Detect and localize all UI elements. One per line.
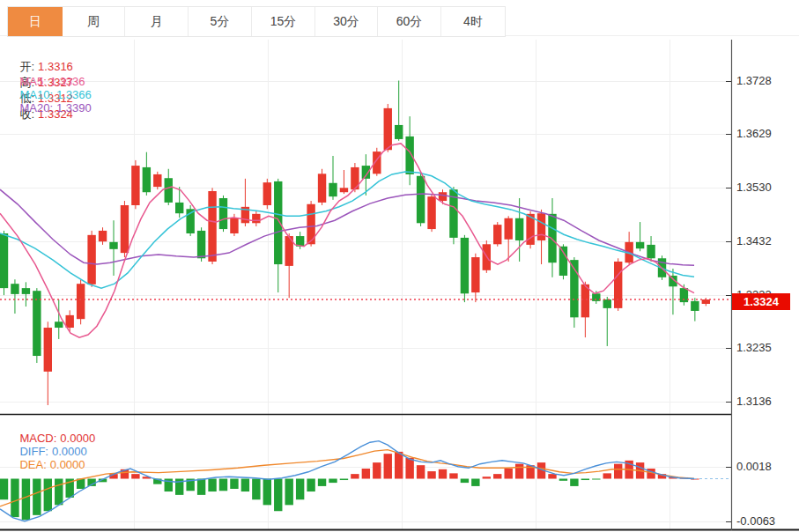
diff-value: 0.0000 <box>52 445 87 458</box>
candle-body <box>55 321 63 328</box>
candlestick-chart-canvas[interactable] <box>0 0 799 532</box>
macd-bar <box>252 479 260 500</box>
candle-body <box>515 218 523 240</box>
ma10-value: 1.3366 <box>56 88 92 101</box>
candle-body <box>44 328 52 372</box>
macd-bar <box>505 469 513 478</box>
tab-4hour[interactable]: 4时 <box>441 7 505 36</box>
candle-body <box>384 108 392 150</box>
macd-bar <box>603 473 611 478</box>
candle-body <box>691 301 699 311</box>
candle-body <box>647 245 655 258</box>
candle-body <box>77 284 85 319</box>
candle-body <box>439 192 447 201</box>
candle-body <box>252 214 260 223</box>
macd-bar <box>493 474 501 478</box>
tab-day[interactable]: 日 <box>8 7 63 36</box>
tab-15min[interactable]: 15分 <box>252 7 315 36</box>
candle-body <box>0 233 8 288</box>
macd-bar <box>373 462 381 478</box>
candle-body <box>66 315 74 328</box>
candle-body <box>197 231 205 258</box>
macd-bar <box>131 474 139 478</box>
macd-bar <box>581 479 589 481</box>
macd-bar <box>318 479 326 486</box>
y-axis-label: 1.3136 <box>736 395 772 408</box>
macd-label: MACD: <box>19 432 56 445</box>
ma20-label: MA20: <box>19 101 53 115</box>
dea-value: 0.0000 <box>50 458 85 471</box>
macd-bar <box>219 479 227 491</box>
ma5-label: MA5: <box>19 75 46 88</box>
candle-body <box>22 288 30 294</box>
macd-bar <box>570 479 578 486</box>
tab-month[interactable]: 月 <box>125 7 189 36</box>
candle-body <box>99 231 107 241</box>
macd-legend: MACD:0.0000 DIFF:0.0000 DEA:0.0000 <box>7 418 115 484</box>
macd-bar <box>263 479 271 506</box>
macd-bar <box>384 454 392 478</box>
macd-bar <box>197 479 205 495</box>
candle-body <box>537 213 545 240</box>
candle-body <box>471 257 479 292</box>
candle-body <box>417 176 425 224</box>
candle-body <box>263 182 271 205</box>
candle-body <box>427 196 435 229</box>
candle-body <box>208 191 216 262</box>
macd-bar <box>362 469 370 478</box>
y-axis-label: 1.3235 <box>736 341 772 354</box>
tab-30min[interactable]: 30分 <box>315 7 378 36</box>
macd-bar <box>296 479 304 500</box>
candle-body <box>165 178 173 203</box>
candle-body <box>143 167 151 192</box>
candle-body <box>153 174 161 187</box>
ma5-value: 1.3336 <box>50 75 85 88</box>
kline-chart-app: 日周月5分15分30分60分4时 开:1.3316 高:1.3327 低:1.3… <box>0 0 799 532</box>
macd-bar <box>405 458 413 479</box>
candle-body <box>219 198 227 229</box>
candle-body <box>636 242 644 248</box>
macd-bar <box>230 479 238 489</box>
candle-body <box>581 284 589 318</box>
tab-week[interactable]: 周 <box>63 7 125 36</box>
current-price-tag: 1.3324 <box>732 293 790 310</box>
macd-bar <box>548 474 556 478</box>
ma20-line <box>0 189 694 265</box>
dea-label: DEA: <box>19 458 46 471</box>
macd-bar <box>592 479 600 480</box>
macd-bar <box>241 479 249 492</box>
candle-body <box>614 262 622 308</box>
macd-bar <box>483 477 491 478</box>
period-tabbar: 日周月5分15分30分60分4时 <box>7 6 506 37</box>
macd-bar <box>351 474 359 478</box>
macd-bar <box>449 473 457 478</box>
candle-body <box>340 188 348 192</box>
macd-bar <box>417 465 425 478</box>
macd-bar <box>208 479 216 492</box>
candle-body <box>131 166 139 205</box>
macd-bar <box>307 479 314 492</box>
tab-5min[interactable]: 5分 <box>189 7 252 36</box>
macd-bar <box>439 469 447 479</box>
y-axis-label: 1.3629 <box>736 127 772 140</box>
candle-body <box>603 299 611 308</box>
ma20-value: 1.3390 <box>56 101 92 115</box>
diff-label: DIFF: <box>19 445 48 458</box>
candle-body <box>230 218 238 233</box>
ma-legend: MA5:1.3336 MA10:1.3366 MA20:1.3390 <box>7 62 111 128</box>
macd-bar <box>471 479 479 486</box>
candle-body <box>11 284 18 294</box>
candle-body <box>87 235 95 284</box>
y-axis-label: 1.3530 <box>736 181 772 194</box>
macd-bar <box>614 464 622 479</box>
macd-bar <box>427 471 435 478</box>
macd-bar <box>22 479 30 521</box>
macd-bar <box>285 479 293 506</box>
macd-bar <box>340 479 348 481</box>
tab-60min[interactable]: 60分 <box>378 7 441 36</box>
macd-bar <box>395 452 403 479</box>
y-axis-label: 0.0018 <box>736 460 772 473</box>
candle-body <box>274 181 282 264</box>
candle-body <box>405 137 413 174</box>
candle-body <box>559 247 567 276</box>
